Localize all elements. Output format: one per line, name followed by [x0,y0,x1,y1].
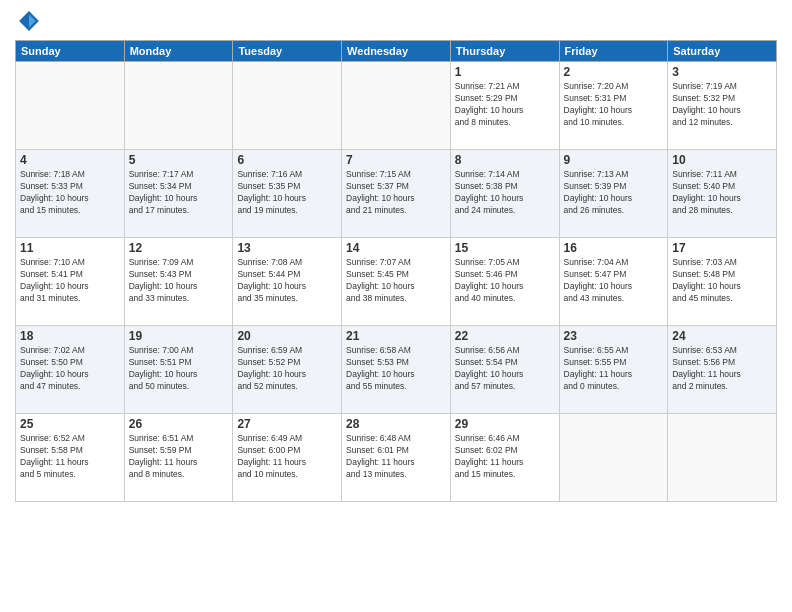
calendar-cell [668,414,777,502]
day-info: Sunrise: 7:05 AM Sunset: 5:46 PM Dayligh… [455,257,555,305]
calendar-cell [233,62,342,150]
calendar-cell: 9Sunrise: 7:13 AM Sunset: 5:39 PM Daylig… [559,150,668,238]
day-number: 21 [346,329,446,343]
day-number: 9 [564,153,664,167]
day-number: 14 [346,241,446,255]
header [15,10,777,32]
day-info: Sunrise: 7:13 AM Sunset: 5:39 PM Dayligh… [564,169,664,217]
calendar-cell: 23Sunrise: 6:55 AM Sunset: 5:55 PM Dayli… [559,326,668,414]
calendar-cell: 16Sunrise: 7:04 AM Sunset: 5:47 PM Dayli… [559,238,668,326]
calendar-cell: 12Sunrise: 7:09 AM Sunset: 5:43 PM Dayli… [124,238,233,326]
day-number: 29 [455,417,555,431]
calendar-cell: 25Sunrise: 6:52 AM Sunset: 5:58 PM Dayli… [16,414,125,502]
calendar-cell: 7Sunrise: 7:15 AM Sunset: 5:37 PM Daylig… [342,150,451,238]
day-info: Sunrise: 7:14 AM Sunset: 5:38 PM Dayligh… [455,169,555,217]
day-info: Sunrise: 6:51 AM Sunset: 5:59 PM Dayligh… [129,433,229,481]
day-number: 2 [564,65,664,79]
calendar-cell: 4Sunrise: 7:18 AM Sunset: 5:33 PM Daylig… [16,150,125,238]
day-info: Sunrise: 6:55 AM Sunset: 5:55 PM Dayligh… [564,345,664,393]
day-number: 11 [20,241,120,255]
calendar-cell [16,62,125,150]
day-info: Sunrise: 6:46 AM Sunset: 6:02 PM Dayligh… [455,433,555,481]
day-number: 13 [237,241,337,255]
day-number: 27 [237,417,337,431]
weekday-header-sunday: Sunday [16,41,125,62]
day-info: Sunrise: 7:11 AM Sunset: 5:40 PM Dayligh… [672,169,772,217]
calendar-cell: 18Sunrise: 7:02 AM Sunset: 5:50 PM Dayli… [16,326,125,414]
weekday-header-saturday: Saturday [668,41,777,62]
weekday-header-tuesday: Tuesday [233,41,342,62]
day-number: 4 [20,153,120,167]
day-info: Sunrise: 7:00 AM Sunset: 5:51 PM Dayligh… [129,345,229,393]
day-number: 28 [346,417,446,431]
day-number: 15 [455,241,555,255]
day-info: Sunrise: 7:16 AM Sunset: 5:35 PM Dayligh… [237,169,337,217]
day-info: Sunrise: 6:52 AM Sunset: 5:58 PM Dayligh… [20,433,120,481]
day-number: 23 [564,329,664,343]
calendar-cell: 24Sunrise: 6:53 AM Sunset: 5:56 PM Dayli… [668,326,777,414]
week-row-1: 1Sunrise: 7:21 AM Sunset: 5:29 PM Daylig… [16,62,777,150]
day-info: Sunrise: 6:56 AM Sunset: 5:54 PM Dayligh… [455,345,555,393]
calendar-cell: 17Sunrise: 7:03 AM Sunset: 5:48 PM Dayli… [668,238,777,326]
day-number: 19 [129,329,229,343]
calendar-cell: 22Sunrise: 6:56 AM Sunset: 5:54 PM Dayli… [450,326,559,414]
day-number: 7 [346,153,446,167]
page: SundayMondayTuesdayWednesdayThursdayFrid… [0,0,792,612]
day-info: Sunrise: 6:53 AM Sunset: 5:56 PM Dayligh… [672,345,772,393]
calendar-cell: 5Sunrise: 7:17 AM Sunset: 5:34 PM Daylig… [124,150,233,238]
week-row-4: 18Sunrise: 7:02 AM Sunset: 5:50 PM Dayli… [16,326,777,414]
day-info: Sunrise: 7:15 AM Sunset: 5:37 PM Dayligh… [346,169,446,217]
week-row-2: 4Sunrise: 7:18 AM Sunset: 5:33 PM Daylig… [16,150,777,238]
day-info: Sunrise: 7:03 AM Sunset: 5:48 PM Dayligh… [672,257,772,305]
calendar-cell: 13Sunrise: 7:08 AM Sunset: 5:44 PM Dayli… [233,238,342,326]
week-row-5: 25Sunrise: 6:52 AM Sunset: 5:58 PM Dayli… [16,414,777,502]
day-info: Sunrise: 7:17 AM Sunset: 5:34 PM Dayligh… [129,169,229,217]
calendar-cell [559,414,668,502]
calendar-cell: 29Sunrise: 6:46 AM Sunset: 6:02 PM Dayli… [450,414,559,502]
day-number: 22 [455,329,555,343]
day-info: Sunrise: 7:08 AM Sunset: 5:44 PM Dayligh… [237,257,337,305]
day-number: 3 [672,65,772,79]
day-info: Sunrise: 7:10 AM Sunset: 5:41 PM Dayligh… [20,257,120,305]
calendar-cell: 26Sunrise: 6:51 AM Sunset: 5:59 PM Dayli… [124,414,233,502]
logo [15,14,40,32]
calendar-cell: 8Sunrise: 7:14 AM Sunset: 5:38 PM Daylig… [450,150,559,238]
day-number: 16 [564,241,664,255]
logo-icon [18,10,40,32]
day-info: Sunrise: 7:19 AM Sunset: 5:32 PM Dayligh… [672,81,772,129]
calendar-cell: 19Sunrise: 7:00 AM Sunset: 5:51 PM Dayli… [124,326,233,414]
calendar-cell: 28Sunrise: 6:48 AM Sunset: 6:01 PM Dayli… [342,414,451,502]
calendar-cell: 15Sunrise: 7:05 AM Sunset: 5:46 PM Dayli… [450,238,559,326]
calendar-cell: 6Sunrise: 7:16 AM Sunset: 5:35 PM Daylig… [233,150,342,238]
day-info: Sunrise: 6:59 AM Sunset: 5:52 PM Dayligh… [237,345,337,393]
weekday-header-row: SundayMondayTuesdayWednesdayThursdayFrid… [16,41,777,62]
day-number: 20 [237,329,337,343]
calendar-cell: 1Sunrise: 7:21 AM Sunset: 5:29 PM Daylig… [450,62,559,150]
day-info: Sunrise: 7:20 AM Sunset: 5:31 PM Dayligh… [564,81,664,129]
day-number: 18 [20,329,120,343]
calendar-cell: 14Sunrise: 7:07 AM Sunset: 5:45 PM Dayli… [342,238,451,326]
day-number: 12 [129,241,229,255]
day-info: Sunrise: 7:18 AM Sunset: 5:33 PM Dayligh… [20,169,120,217]
calendar-cell [124,62,233,150]
calendar-cell [342,62,451,150]
day-info: Sunrise: 6:48 AM Sunset: 6:01 PM Dayligh… [346,433,446,481]
calendar-cell: 27Sunrise: 6:49 AM Sunset: 6:00 PM Dayli… [233,414,342,502]
day-info: Sunrise: 7:21 AM Sunset: 5:29 PM Dayligh… [455,81,555,129]
day-number: 5 [129,153,229,167]
day-number: 24 [672,329,772,343]
weekday-header-wednesday: Wednesday [342,41,451,62]
day-info: Sunrise: 6:58 AM Sunset: 5:53 PM Dayligh… [346,345,446,393]
day-number: 25 [20,417,120,431]
weekday-header-monday: Monday [124,41,233,62]
calendar-cell: 11Sunrise: 7:10 AM Sunset: 5:41 PM Dayli… [16,238,125,326]
day-info: Sunrise: 7:02 AM Sunset: 5:50 PM Dayligh… [20,345,120,393]
day-number: 26 [129,417,229,431]
day-info: Sunrise: 7:07 AM Sunset: 5:45 PM Dayligh… [346,257,446,305]
day-info: Sunrise: 6:49 AM Sunset: 6:00 PM Dayligh… [237,433,337,481]
day-info: Sunrise: 7:04 AM Sunset: 5:47 PM Dayligh… [564,257,664,305]
day-number: 1 [455,65,555,79]
calendar-cell: 20Sunrise: 6:59 AM Sunset: 5:52 PM Dayli… [233,326,342,414]
day-number: 6 [237,153,337,167]
calendar-cell: 2Sunrise: 7:20 AM Sunset: 5:31 PM Daylig… [559,62,668,150]
